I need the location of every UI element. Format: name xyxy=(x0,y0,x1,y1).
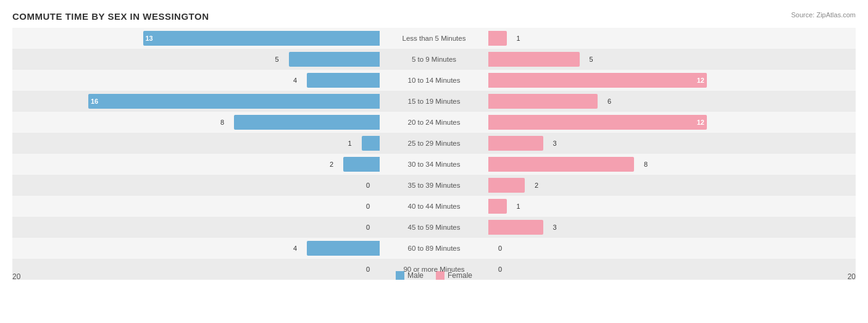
female-value: 1 xyxy=(516,35,520,42)
chart-area: Less than 5 Minutes1315 to 9 Minutes5510… xyxy=(12,28,856,281)
row-label: Less than 5 Minutes xyxy=(382,35,486,42)
male-value: 5 xyxy=(275,56,279,63)
table-row: 20 to 24 Minutes812 xyxy=(12,112,856,133)
row-label: 60 to 89 Minutes xyxy=(382,245,486,252)
female-bar: 8 xyxy=(488,157,634,172)
table-row: 60 to 89 Minutes40 xyxy=(12,238,856,259)
female-bar: 1 xyxy=(488,199,507,214)
female-bar: 5 xyxy=(488,52,580,67)
source-label: Source: ZipAtlas.com xyxy=(791,11,856,19)
female-bar: 3 xyxy=(488,136,543,151)
male-bar: 8 xyxy=(234,115,380,130)
male-value: 0 xyxy=(366,182,370,189)
female-value: 2 xyxy=(535,182,538,189)
female-value: 1 xyxy=(516,203,520,210)
table-row: 30 to 34 Minutes28 xyxy=(12,154,856,175)
male-bar: 2 xyxy=(343,157,380,172)
female-bar: 1 xyxy=(488,31,507,46)
table-row: 35 to 39 Minutes02 xyxy=(12,175,856,196)
chart-container: COMMUTE TIME BY SEX IN WESSINGTON Source… xyxy=(0,0,868,323)
table-row: 40 to 44 Minutes01 xyxy=(12,196,856,217)
female-bar: 12 xyxy=(488,115,707,130)
chart-title: COMMUTE TIME BY SEX IN WESSINGTON xyxy=(12,11,856,22)
female-bar: 2 xyxy=(488,178,525,193)
row-label: 25 to 29 Minutes xyxy=(382,140,486,147)
table-row: 5 to 9 Minutes55 xyxy=(12,49,856,70)
male-value: 1 xyxy=(348,140,352,147)
male-value: 0 xyxy=(366,203,370,210)
row-label: 40 to 44 Minutes xyxy=(382,203,486,210)
male-value: 4 xyxy=(293,245,297,252)
male-bar: 16 xyxy=(88,94,380,109)
axis-right: 20 xyxy=(848,272,856,281)
row-label: 30 to 34 Minutes xyxy=(382,161,486,168)
table-row: 15 to 19 Minutes166 xyxy=(12,91,856,112)
female-value: 3 xyxy=(553,140,556,147)
female-bar: 6 xyxy=(488,94,598,109)
male-bar: 4 xyxy=(307,241,380,256)
axis-left: 20 xyxy=(12,272,20,281)
male-bar: 4 xyxy=(307,73,380,88)
female-value: 0 xyxy=(498,245,502,252)
table-row: 25 to 29 Minutes13 xyxy=(12,133,856,154)
female-value: 8 xyxy=(644,161,648,168)
female-value: 12 xyxy=(697,77,704,84)
female-value: 12 xyxy=(697,119,704,126)
male-value: 13 xyxy=(146,35,153,42)
female-bar: 12 xyxy=(488,73,707,88)
row-label: 90 or more Minutes xyxy=(382,266,486,273)
table-row: Less than 5 Minutes131 xyxy=(12,28,856,49)
male-value: 2 xyxy=(330,161,333,168)
rows-container: Less than 5 Minutes1315 to 9 Minutes5510… xyxy=(12,28,856,262)
female-bar: 3 xyxy=(488,220,543,235)
row-label: 45 to 59 Minutes xyxy=(382,224,486,231)
axis-labels: 20 Male Female 20 xyxy=(12,272,856,281)
table-row: 45 to 59 Minutes03 xyxy=(12,217,856,238)
row-label: 5 to 9 Minutes xyxy=(382,56,486,63)
male-value: 0 xyxy=(366,224,370,231)
row-label: 10 to 14 Minutes xyxy=(382,77,486,84)
female-value: 3 xyxy=(553,224,556,231)
male-value: 4 xyxy=(293,77,297,84)
female-value: 6 xyxy=(607,98,611,105)
male-value: 16 xyxy=(91,98,98,105)
table-row: 10 to 14 Minutes412 xyxy=(12,70,856,91)
row-label: 20 to 24 Minutes xyxy=(382,119,486,126)
male-bar: 1 xyxy=(362,136,380,151)
row-label: 15 to 19 Minutes xyxy=(382,98,486,105)
female-value: 5 xyxy=(589,56,593,63)
male-bar: 5 xyxy=(289,52,380,67)
row-label: 35 to 39 Minutes xyxy=(382,182,486,189)
male-bar: 13 xyxy=(143,31,380,46)
male-value: 8 xyxy=(220,119,224,126)
